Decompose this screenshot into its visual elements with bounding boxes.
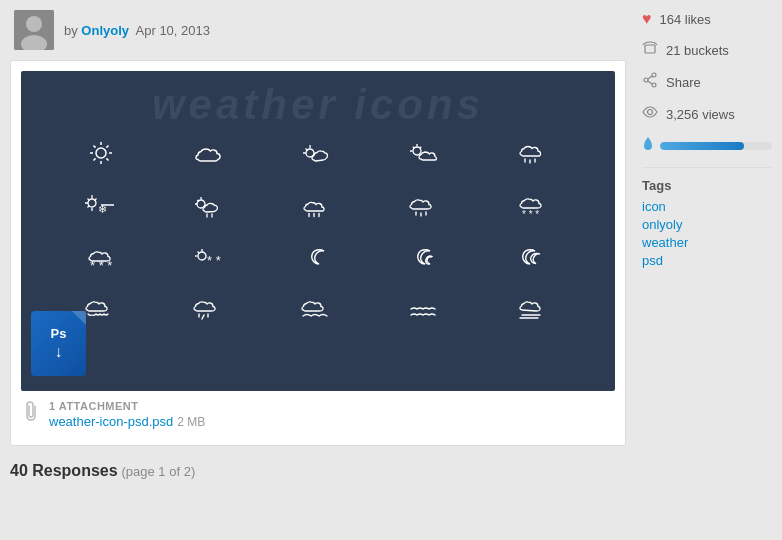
svg-point-3: [96, 148, 106, 158]
share-label: Share: [666, 75, 701, 90]
weather-icons-grid: ❄: [21, 111, 615, 351]
progress-bar-container: [642, 136, 772, 155]
eye-icon: [642, 104, 658, 124]
tag-onlyoly[interactable]: onlyoly: [642, 217, 772, 232]
svg-line-61: [648, 76, 652, 79]
svg-line-11: [94, 158, 96, 160]
weather-icon-9: [376, 183, 476, 227]
attachment-link[interactable]: weather-icon-psd.psd: [49, 414, 173, 429]
likes-count: 164 likes: [660, 12, 711, 27]
paperclip-icon: [21, 400, 39, 427]
weather-icon-11: * * *: [51, 235, 151, 279]
svg-point-58: [652, 73, 656, 77]
weather-icon-5: [485, 131, 585, 175]
weather-icon-6: ❄: [51, 183, 151, 227]
weather-icon-17: [159, 287, 259, 331]
tag-weather[interactable]: weather: [642, 235, 772, 250]
svg-line-9: [107, 158, 109, 160]
weather-icon-7: [159, 183, 259, 227]
weather-icon-13: [268, 235, 368, 279]
views-count: 3,256 views: [666, 107, 735, 122]
share-button[interactable]: Share: [642, 72, 701, 92]
svg-line-8: [94, 146, 96, 148]
weather-icon-4: [376, 131, 476, 175]
post-date: Apr 10, 2013: [136, 23, 210, 38]
tags-title: Tags: [642, 178, 772, 193]
tag-psd[interactable]: psd: [642, 253, 772, 268]
bucket-icon: [642, 40, 658, 60]
buckets-count: 21 buckets: [666, 43, 729, 58]
author-link[interactable]: Onlyoly: [81, 23, 129, 38]
attachment-label: 1 ATTACHMENT: [49, 400, 139, 412]
svg-line-15: [305, 149, 307, 151]
svg-line-53: [202, 315, 204, 319]
responses-meta: (page 1 of 2): [122, 464, 196, 479]
svg-text:* *: * *: [207, 253, 221, 268]
psd-file-icon: Ps ↓: [31, 311, 91, 381]
weather-icon-14: [376, 235, 476, 279]
svg-line-20: [420, 147, 422, 149]
share-icon: [642, 72, 658, 92]
weather-icon-2: [159, 131, 259, 175]
weather-icon-3: [268, 131, 368, 175]
attachment-size: 2 MB: [177, 415, 205, 429]
drop-icon: [642, 136, 654, 155]
svg-point-1: [26, 16, 42, 32]
weather-icon-10: * * *: [485, 183, 585, 227]
post-image-container: weather icons: [10, 60, 626, 446]
progress-bar-fill: [660, 142, 744, 150]
post-meta: by Onlyoly Apr 10, 2013: [64, 23, 210, 38]
svg-line-19: [413, 147, 415, 149]
svg-text:❄: ❄: [98, 203, 107, 215]
svg-rect-57: [645, 45, 655, 53]
svg-text:*  *  *: * * *: [90, 258, 112, 271]
tag-icon[interactable]: icon: [642, 199, 772, 214]
svg-line-28: [95, 199, 97, 201]
psd-arrow: ↓: [55, 343, 63, 361]
sidebar: ♥ 164 likes 21 buckets: [642, 10, 772, 480]
weather-icon-8: [268, 183, 368, 227]
svg-line-10: [107, 146, 109, 148]
svg-point-59: [644, 78, 648, 82]
weather-icon-12: * *: [159, 235, 259, 279]
weather-icon-20: [485, 287, 585, 331]
attachment-row: 1 ATTACHMENT weather-icon-psd.psd 2 MB: [21, 391, 615, 435]
image-title-overlay: weather icons: [21, 81, 615, 129]
attachment-info: 1 ATTACHMENT weather-icon-psd.psd 2 MB: [49, 397, 205, 429]
svg-point-63: [648, 110, 653, 115]
weather-icon-15: [485, 235, 585, 279]
responses-section: 40 Responses (page 1 of 2): [10, 462, 626, 480]
weather-icon-18: [268, 287, 368, 331]
svg-line-50: [197, 252, 199, 254]
svg-point-60: [652, 83, 656, 87]
buckets-stat: 21 buckets: [642, 40, 772, 60]
responses-title: 40 Responses: [10, 462, 118, 479]
post-header: by Onlyoly Apr 10, 2013: [10, 10, 626, 50]
avatar: [14, 10, 54, 50]
views-stat: 3,256 views: [642, 104, 772, 124]
tags-section: Tags icon onlyoly weather psd: [642, 178, 772, 268]
progress-bar-track: [660, 142, 772, 150]
svg-line-29: [88, 205, 90, 207]
weather-icon-1: [51, 131, 151, 175]
svg-line-27: [88, 199, 90, 201]
post-image: weather icons: [21, 71, 615, 391]
sidebar-divider: [642, 167, 772, 168]
psd-label: Ps: [51, 326, 67, 341]
likes-stat: ♥ 164 likes: [642, 10, 772, 28]
weather-icon-19: [376, 287, 476, 331]
svg-text:* * *: * * *: [522, 209, 539, 219]
heart-icon: ♥: [642, 10, 652, 28]
svg-line-62: [648, 81, 652, 84]
